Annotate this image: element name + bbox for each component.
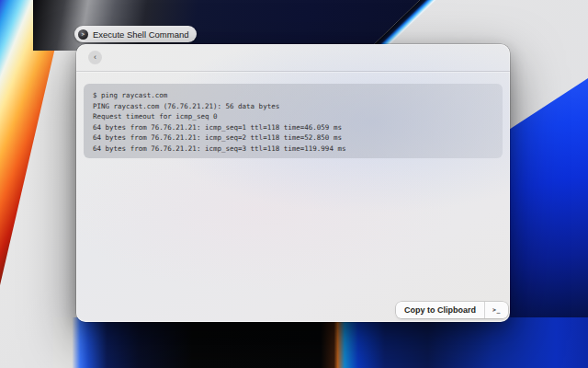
open-in-terminal-button[interactable]: >_ [485,302,508,318]
shell-command-icon: > [78,29,88,40]
chevron-left-icon: ‹ [94,53,96,62]
terminal-line: $ ping raycast.com [93,90,493,101]
command-title-label: Execute Shell Command [93,29,189,40]
shell-output-window: ‹ $ ping raycast.com PING raycast.com (7… [76,44,510,322]
command-title-badge: > Execute Shell Command [74,26,197,42]
terminal-line: 64 bytes from 76.76.21.21: icmp_seq=3 tt… [93,144,493,155]
terminal-line: Request timeout for icmp_seq 0 [93,111,493,122]
terminal-prompt-icon: >_ [492,306,501,314]
window-header: ‹ [76,44,510,72]
terminal-line: PING raycast.com (76.76.21.21): 56 data … [93,101,493,112]
terminal-line: 64 bytes from 76.76.21.21: icmp_seq=2 tt… [93,132,493,144]
wallpaper-bottom-strip [53,317,588,368]
copy-to-clipboard-button[interactable]: Copy to Clipboard [396,302,484,318]
terminal-line: 64 bytes from 76.76.21.21: icmp_seq=1 tt… [93,122,493,133]
footer-action-group: Copy to Clipboard >_ [396,302,508,318]
terminal-output-panel: $ ping raycast.com PING raycast.com (76.… [84,84,503,158]
back-button[interactable]: ‹ [88,51,102,64]
